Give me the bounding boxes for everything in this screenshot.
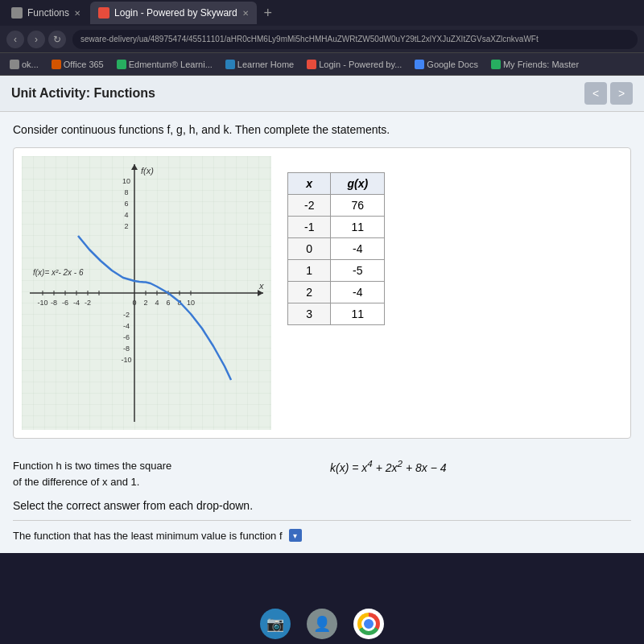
dropdown-arrow[interactable]: ▾ [289, 529, 302, 542]
table-cell-x: 1 [288, 260, 331, 282]
select-text: Select the correct answer from each drop… [13, 499, 631, 512]
nav-buttons: ‹ › ↻ [6, 31, 66, 48]
browser-chrome: Functions ✕ Login - Powered by Skyward ✕… [0, 0, 644, 76]
taskbar-person-icon[interactable]: 👤 [307, 609, 337, 639]
url-box[interactable]: seware-delivery/ua/48975474/45511101/aHR… [72, 30, 638, 49]
bookmarks-bar: ok... Office 365 Edmentum® Learni... Lea… [0, 53, 644, 76]
nav-back-arrow[interactable]: < [584, 82, 607, 105]
tab-login-label: Login - Powered by Skyward [114, 7, 237, 19]
table-row: 311 [288, 303, 385, 325]
k-function: k(x) = x4 + 2x2 + 8x − 4 [330, 458, 631, 474]
svg-text:6: 6 [124, 200, 128, 208]
page-title: Unit Activity: Functions [11, 86, 155, 101]
chrome-circle [357, 613, 380, 635]
bookmark-myf-label: My Friends: Master [503, 60, 579, 69]
bookmark-login-label: Login - Powered by... [319, 60, 402, 69]
forward-button[interactable]: › [27, 31, 45, 48]
g-table-col1-header: x [288, 173, 331, 195]
bookmark-gdocs-icon [415, 60, 424, 69]
tab-functions-close[interactable]: ✕ [74, 9, 80, 18]
svg-text:8: 8 [124, 188, 128, 196]
page-header: Unit Activity: Functions < > [0, 76, 644, 112]
table-cell-x: 2 [288, 282, 331, 303]
bookmark-gdocs[interactable]: Google Docs [410, 58, 483, 71]
bottom-text-label: The function that has the least minimum … [13, 530, 283, 542]
bookmark-learner-label: Learner Home [237, 60, 294, 69]
bookmark-ok-label: ok... [22, 60, 39, 69]
page-content: Unit Activity: Functions < > Consider co… [0, 76, 644, 553]
table-cell-x: 0 [288, 238, 331, 260]
table-cell-gx: 76 [331, 195, 385, 217]
tab-login-icon [98, 7, 109, 19]
g-table: x g(x) -276-1110-41-52-4311 [287, 172, 385, 325]
svg-text:6: 6 [166, 299, 170, 307]
bookmark-edmentum-icon [117, 60, 126, 69]
svg-text:x: x [258, 281, 264, 291]
bookmark-edmentum[interactable]: Edmentum® Learni... [112, 58, 217, 71]
graph-area: -10 -8 -6 -4 -2 0 2 4 6 8 10 10 8 6 4 [22, 156, 271, 430]
bookmark-myf[interactable]: My Friends: Master [486, 58, 584, 71]
tab-new[interactable]: + [258, 3, 278, 23]
table-cell-gx: 11 [331, 303, 385, 325]
content-area: Consider continuous functions f, g, h, a… [0, 112, 644, 553]
svg-text:f(x)= x²- 2x - 6: f(x)= x²- 2x - 6 [33, 268, 84, 277]
table-row: -111 [288, 217, 385, 238]
svg-text:10: 10 [187, 299, 195, 307]
taskbar: 📷 👤 [0, 604, 644, 644]
svg-text:-4: -4 [73, 299, 80, 307]
extra-info: Function h is two times the square of th… [13, 452, 631, 499]
svg-text:4: 4 [124, 211, 128, 219]
svg-text:2: 2 [124, 222, 128, 230]
bookmark-ok[interactable]: ok... [5, 58, 43, 71]
bottom-text: The function that has the least minimum … [13, 520, 631, 542]
taskbar-video-icon[interactable]: 📷 [260, 609, 291, 639]
table-row: 2-4 [288, 282, 385, 303]
back-button[interactable]: ‹ [6, 31, 24, 48]
tab-bar: Functions ✕ Login - Powered by Skyward ✕… [0, 0, 644, 26]
table-cell-x: -1 [288, 217, 331, 238]
nav-arrows: < > [584, 82, 633, 105]
tab-functions-label: Functions [27, 7, 69, 19]
g-table-col2-header: g(x) [331, 173, 385, 195]
table-cell-x: 3 [288, 303, 331, 325]
tab-functions[interactable]: Functions ✕ [3, 2, 89, 24]
bookmark-login-icon [307, 60, 316, 69]
video-icon-symbol: 📷 [266, 615, 284, 633]
bookmark-ok-icon [10, 60, 19, 69]
bookmark-office-icon [52, 60, 61, 69]
nav-forward-arrow[interactable]: > [610, 82, 633, 105]
math-container: -10 -8 -6 -4 -2 0 2 4 6 8 10 10 8 6 4 [13, 147, 631, 439]
refresh-button[interactable]: ↻ [48, 31, 66, 48]
svg-text:-6: -6 [123, 333, 130, 341]
svg-text:-2: -2 [123, 311, 130, 319]
svg-text:2: 2 [143, 299, 147, 307]
svg-text:-4: -4 [123, 322, 130, 330]
address-bar: ‹ › ↻ seware-delivery/ua/48975474/455111… [0, 26, 644, 53]
bookmark-learner[interactable]: Learner Home [221, 58, 299, 71]
table-cell-gx: 11 [331, 217, 385, 238]
tab-login-close[interactable]: ✕ [242, 9, 249, 18]
tab-login[interactable]: Login - Powered by Skyward ✕ [90, 2, 257, 24]
svg-text:-6: -6 [62, 299, 68, 307]
table-cell-x: -2 [288, 195, 331, 217]
taskbar-chrome-icon[interactable] [353, 609, 384, 639]
svg-text:-2: -2 [85, 299, 91, 307]
bookmark-myf-icon [491, 60, 501, 69]
svg-text:-10: -10 [37, 299, 47, 307]
bookmark-office[interactable]: Office 365 [47, 58, 109, 71]
svg-text:-10: -10 [121, 356, 131, 364]
instruction-text: Consider continuous functions f, g, h, a… [13, 123, 631, 136]
svg-text:f(x): f(x) [141, 166, 154, 175]
table-row: -276 [288, 195, 385, 217]
bookmark-gdocs-label: Google Docs [427, 60, 478, 69]
table-cell-gx: -4 [331, 238, 385, 260]
bookmark-edmentum-label: Edmentum® Learni... [129, 60, 213, 69]
svg-text:-8: -8 [51, 299, 57, 307]
table-row: 1-5 [288, 260, 385, 282]
bookmark-login[interactable]: Login - Powered by... [302, 58, 407, 71]
url-text: seware-delivery/ua/48975474/45511101/aHR… [80, 35, 539, 43]
svg-text:10: 10 [122, 177, 130, 185]
svg-text:4: 4 [155, 299, 159, 307]
function-graph: -10 -8 -6 -4 -2 0 2 4 6 8 10 10 8 6 4 [22, 156, 271, 430]
bookmark-learner-icon [225, 60, 235, 69]
